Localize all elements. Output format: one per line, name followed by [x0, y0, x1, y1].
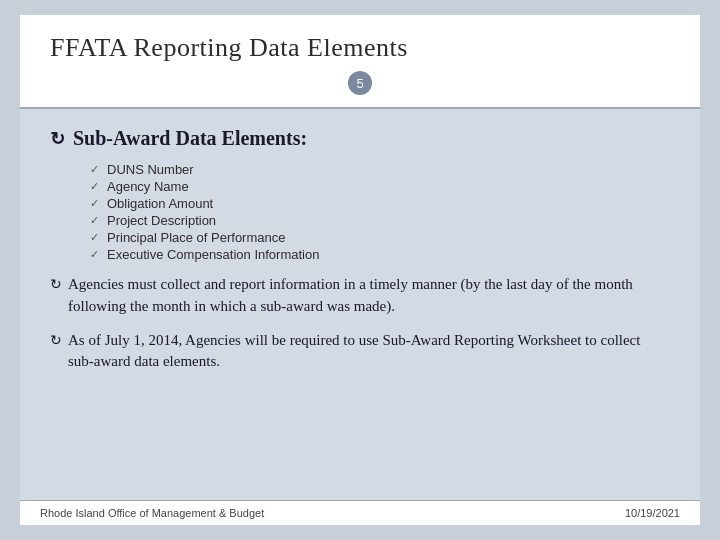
list-item: Obligation Amount [90, 196, 670, 211]
slide-footer: Rhode Island Office of Management & Budg… [20, 500, 700, 525]
list-item: Agency Name [90, 179, 670, 194]
slide-header: FFATA Reporting Data Elements 5 [20, 15, 700, 109]
page-number-container: 5 [50, 71, 670, 95]
paragraph1: Agencies must collect and report informa… [50, 274, 670, 318]
page-number: 5 [348, 71, 372, 95]
list-item: Project Description [90, 213, 670, 228]
bullet-list: DUNS Number Agency Name Obligation Amoun… [50, 162, 670, 262]
slide-title: FFATA Reporting Data Elements [50, 33, 670, 63]
footer-right: 10/19/2021 [625, 507, 680, 519]
list-item: DUNS Number [90, 162, 670, 177]
slide-body: Sub-Award Data Elements: DUNS Number Age… [20, 109, 700, 500]
list-item: Principal Place of Performance [90, 230, 670, 245]
paragraph2: As of July 1, 2014, Agencies will be req… [50, 330, 670, 374]
section1-heading: Sub-Award Data Elements: [50, 127, 670, 150]
list-item: Executive Compensation Information [90, 247, 670, 262]
slide: FFATA Reporting Data Elements 5 Sub-Awar… [20, 15, 700, 525]
footer-left: Rhode Island Office of Management & Budg… [40, 507, 264, 519]
